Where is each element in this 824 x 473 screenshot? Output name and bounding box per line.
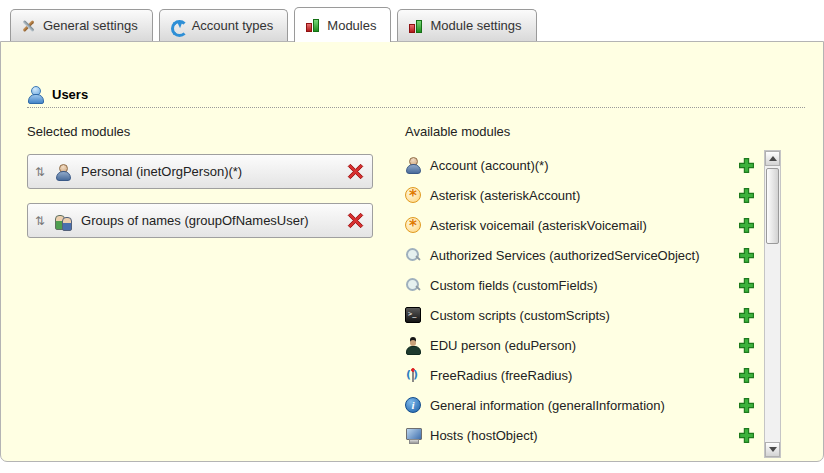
selected-modules-heading: Selected modules (27, 124, 377, 140)
asterisk-icon (405, 187, 421, 203)
users-icon (27, 86, 43, 102)
selected-module-row: Groups of names (groupOfNamesUser) (27, 203, 373, 238)
available-module-label: EDU person (eduPerson) (430, 338, 737, 353)
available-module-row: FreeRadius (freeRadius) (405, 360, 781, 390)
available-module-row: Authorized Services (authorizedServiceOb… (405, 240, 781, 270)
add-module-button[interactable] (737, 396, 755, 414)
person-icon (405, 157, 421, 173)
add-module-button[interactable] (737, 366, 755, 384)
tab-modules[interactable]: Modules (294, 7, 391, 42)
available-module-label: Asterisk voicemail (asteriskVoicemail) (430, 218, 737, 233)
available-module-row: Asterisk (asteriskAccount) (405, 180, 781, 210)
selected-module-row: Personal (inetOrgPerson)(*) (27, 154, 373, 189)
available-module-row: Custom fields (customFields) (405, 270, 781, 300)
sync-icon (169, 18, 185, 34)
add-module-button[interactable] (737, 276, 755, 294)
arrow-up-icon (769, 152, 777, 161)
available-modules-column: Available modules Account (account)(*) A… (405, 124, 781, 450)
available-module-label: Asterisk (asteriskAccount) (430, 188, 737, 203)
modules-columns: Selected modules Personal (inetOrgPerson… (27, 124, 823, 450)
add-icon (738, 157, 755, 174)
info-icon (405, 397, 421, 413)
available-module-label: General information (generalInformation) (430, 398, 737, 413)
add-module-button[interactable] (737, 156, 755, 174)
tab-module-settings[interactable]: Module settings (397, 9, 536, 41)
antenna-icon (405, 367, 421, 383)
available-module-row: EDU person (eduPerson) (405, 330, 781, 360)
selected-modules-column: Selected modules Personal (inetOrgPerson… (27, 124, 377, 450)
add-icon (738, 307, 755, 324)
section-title: Users (52, 87, 88, 102)
terminal-icon (405, 307, 421, 323)
tab-label: Module settings (430, 18, 521, 33)
tab-account-types[interactable]: Account types (159, 9, 289, 41)
tab-general-settings[interactable]: General settings (10, 9, 153, 41)
add-module-button[interactable] (737, 216, 755, 234)
available-module-label: Custom fields (customFields) (430, 278, 737, 293)
available-module-label: Hosts (hostObject) (430, 428, 737, 443)
add-icon (738, 397, 755, 414)
selected-module-label: Groups of names (groupOfNamesUser) (81, 213, 346, 228)
add-icon (738, 427, 755, 444)
edu-person-icon (405, 337, 421, 353)
drag-handle-icon[interactable] (35, 215, 45, 227)
add-icon (738, 217, 755, 234)
delete-icon (347, 212, 364, 229)
selected-module-label: Personal (inetOrgPerson)(*) (81, 164, 346, 179)
available-module-label: FreeRadius (freeRadius) (430, 368, 737, 383)
remove-module-button[interactable] (346, 212, 364, 230)
drag-handle-icon[interactable] (35, 166, 45, 178)
person-icon (55, 164, 71, 180)
module-settings-icon (407, 18, 423, 34)
scrollbar[interactable] (764, 150, 781, 458)
delete-icon (347, 163, 364, 180)
arrow-down-icon (769, 447, 777, 456)
available-module-row: Custom scripts (customScripts) (405, 300, 781, 330)
tools-icon (20, 18, 36, 34)
available-module-row: Asterisk voicemail (asteriskVoicemail) (405, 210, 781, 240)
remove-module-button[interactable] (346, 163, 364, 181)
magnifier-icon (405, 247, 421, 263)
available-module-label: Custom scripts (customScripts) (430, 308, 737, 323)
available-module-label: Authorized Services (authorizedServiceOb… (430, 248, 737, 263)
available-module-row: Account (account)(*) (405, 150, 781, 180)
scrollbar-thumb[interactable] (766, 168, 779, 244)
add-module-button[interactable] (737, 336, 755, 354)
asterisk-icon (405, 217, 421, 233)
content-panel: Users Selected modules Personal (inetOrg… (0, 41, 824, 462)
modules-icon (304, 17, 320, 33)
lam-configuration-window: General settings Account types Modules M… (0, 0, 824, 473)
magnifier-icon (405, 277, 421, 293)
add-icon (738, 367, 755, 384)
computer-icon (405, 427, 421, 443)
tab-bar: General settings Account types Modules M… (0, 0, 824, 41)
tab-label: Account types (192, 18, 274, 33)
scroll-down-button[interactable] (765, 442, 780, 457)
add-icon (738, 337, 755, 354)
add-icon (738, 277, 755, 294)
add-icon (738, 247, 755, 264)
available-module-row: General information (generalInformation) (405, 390, 781, 420)
scroll-up-button[interactable] (765, 151, 780, 166)
add-module-button[interactable] (737, 426, 755, 444)
tab-label: General settings (43, 18, 138, 33)
available-module-row: Hosts (hostObject) (405, 420, 781, 450)
add-module-button[interactable] (737, 306, 755, 324)
tab-label: Modules (327, 18, 376, 33)
available-modules-list: Account (account)(*) Asterisk (asteriskA… (405, 150, 781, 450)
available-modules-heading: Available modules (405, 124, 781, 140)
available-module-label: Account (account)(*) (430, 158, 737, 173)
group-icon (55, 213, 71, 229)
add-icon (738, 187, 755, 204)
section-divider (27, 107, 805, 108)
section-header: Users (27, 86, 823, 102)
add-module-button[interactable] (737, 186, 755, 204)
add-module-button[interactable] (737, 246, 755, 264)
